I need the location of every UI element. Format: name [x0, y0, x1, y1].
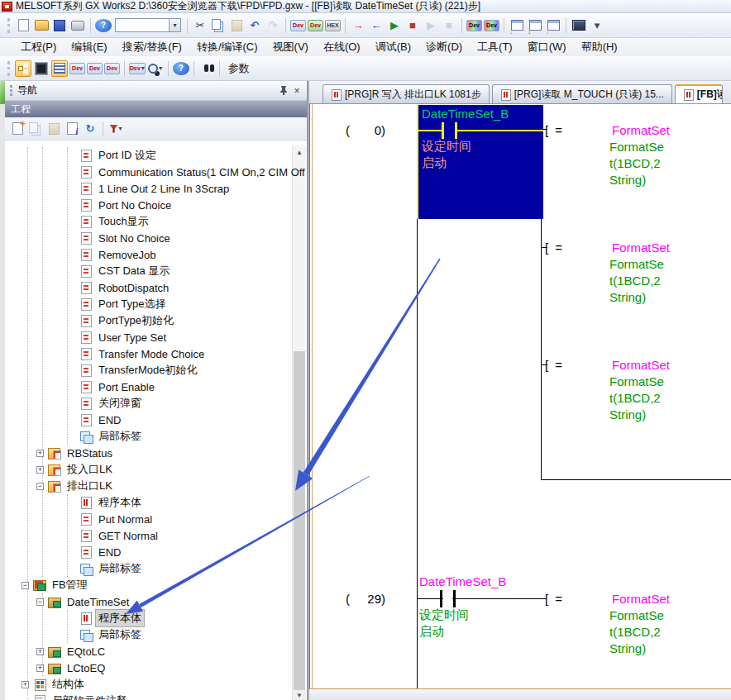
tree-item[interactable]: +Put Normal	[5, 511, 307, 527]
cut-icon[interactable]: ✂	[192, 17, 208, 34]
tree-item[interactable]: +Touch显示	[5, 213, 307, 230]
menu-item[interactable]: 视图(V)	[265, 38, 316, 56]
tree-item[interactable]: +局部软元件注释	[5, 693, 307, 700]
tree-item[interactable]: +关闭弹窗	[5, 395, 307, 412]
open-project-icon[interactable]	[33, 17, 50, 34]
menu-item[interactable]: 工具(T)	[470, 38, 520, 56]
compare-instruction[interactable]: [ =FormatSetFormatSet(1BCD,2String)	[545, 239, 694, 309]
tree-item[interactable]: +CST Data 显示	[5, 263, 307, 279]
expand-icon[interactable]: +	[36, 664, 44, 672]
tree-item[interactable]: +LCtoEQ	[5, 660, 307, 676]
collapse-icon[interactable]: −	[22, 582, 29, 589]
monitor-start-icon[interactable]: ▶	[386, 17, 403, 34]
pin-icon[interactable]	[277, 84, 290, 97]
tree-item[interactable]: +Port ID 设定	[5, 147, 307, 164]
tree-item[interactable]: +EQtoLC	[5, 643, 307, 660]
collapse-icon[interactable]: −	[36, 483, 44, 490]
compare-instruction[interactable]: [ =FormatSetFormatSet(1BCD,2String)	[545, 121, 694, 192]
device-memory-display-icon[interactable]: Dev	[87, 63, 103, 74]
tree-item[interactable]: +1 Line Out 2 Line In 3Scrap	[5, 180, 307, 197]
tree-item[interactable]: +Port Type选择	[5, 296, 307, 312]
tree-item[interactable]: +User Type Set	[5, 329, 307, 345]
menu-item[interactable]: 工程(P)	[13, 38, 64, 56]
expand-icon[interactable]: +	[36, 648, 44, 655]
device-batch-display-icon[interactable]: Dev	[104, 63, 120, 74]
expand-icon[interactable]: +	[36, 450, 44, 457]
tree-item[interactable]: +局部标签	[5, 560, 307, 577]
device-comment-search-icon[interactable]: Dev	[290, 20, 306, 31]
tree-item[interactable]: +Slot No Choice	[5, 230, 307, 246]
device-display-mode-icon[interactable]: Dev▾	[129, 63, 146, 74]
menu-item[interactable]: 诊断(D)	[418, 38, 470, 56]
menu-item[interactable]: 窗口(W)	[520, 38, 574, 56]
monitor-condition-icon[interactable]	[571, 17, 587, 34]
statement-window-icon[interactable]	[509, 17, 525, 34]
device-display-mode-2-icon[interactable]: Dev	[484, 20, 499, 31]
sort-tree-icon[interactable]: ▾	[108, 121, 124, 137]
ladder-selected-cell[interactable]: DateTimeSet_B 设定时间 启动	[417, 105, 543, 219]
undo-icon[interactable]: ↶	[246, 17, 263, 34]
toolbar-grip[interactable]	[7, 18, 10, 33]
toolbar-options-icon[interactable]: ▾	[589, 17, 605, 34]
chevron-down-icon[interactable]: ▾	[141, 64, 145, 72]
cross-reference-find-icon[interactable]	[198, 60, 215, 77]
expand-icon[interactable]: +	[36, 466, 44, 474]
document-tab[interactable]: [PRG]R 写入 排出口LK 1081步	[322, 84, 490, 103]
tree-item[interactable]: +Port Enable	[5, 379, 307, 395]
tree-item[interactable]: +RobotDispatch	[5, 279, 307, 296]
device-hex-display-icon[interactable]: HEX	[325, 20, 341, 31]
chevron-down-icon[interactable]: ▾	[118, 125, 122, 132]
menu-item[interactable]: 编辑(E)	[64, 38, 114, 56]
document-tab[interactable]: [FB]读	[675, 84, 723, 103]
new-project-icon[interactable]	[15, 17, 31, 34]
write-to-plc-icon[interactable]: →	[350, 17, 366, 34]
toolbar-grip[interactable]	[7, 61, 10, 76]
tree-item[interactable]: +Transfer Mode Choice	[5, 345, 307, 362]
data-property-icon[interactable]	[64, 121, 80, 137]
copy-icon[interactable]	[210, 17, 227, 34]
transfer-setup-icon[interactable]	[527, 17, 543, 34]
tree-item[interactable]: +END	[5, 412, 307, 428]
collapse-icon[interactable]: −	[36, 598, 44, 606]
read-from-plc-icon[interactable]: ←	[368, 17, 385, 34]
navigation-window-toggle-icon[interactable]	[15, 60, 31, 77]
chevron-down-icon[interactable]: ▾	[159, 64, 162, 72]
tree-item[interactable]: +Port No Choice	[5, 197, 307, 213]
tree-item[interactable]: −FB管理	[5, 577, 307, 593]
module-configuration-icon[interactable]	[33, 60, 50, 77]
note-window-icon[interactable]	[545, 17, 561, 34]
tree-item[interactable]: +结构体	[5, 676, 307, 693]
device-reference-search-icon[interactable]: ▾	[147, 60, 164, 77]
device-comment-display-icon[interactable]: Dev	[69, 63, 85, 74]
tree-item[interactable]: +Communication Status(1 CIM On,2 CIM Off	[5, 164, 307, 180]
tree-item[interactable]: +TransferMode初始化	[5, 362, 307, 379]
outline-view-icon[interactable]	[51, 60, 68, 77]
menu-item[interactable]: 调试(B)	[368, 38, 418, 56]
refresh-view-icon[interactable]: ↻	[82, 121, 98, 137]
new-data-icon[interactable]	[9, 121, 26, 137]
device-monitor-icon[interactable]: Dev	[308, 20, 323, 31]
tree-item[interactable]: +PortType初始化	[5, 312, 307, 329]
chevron-down-icon[interactable]: ▾	[170, 18, 181, 32]
monitor-stop-icon[interactable]: ■	[404, 17, 421, 34]
expand-icon[interactable]: +	[22, 681, 29, 688]
menu-item[interactable]: 在线(O)	[316, 38, 368, 56]
tree-item[interactable]: +GET Normal	[5, 527, 307, 544]
help-icon[interactable]: ?	[173, 62, 189, 75]
tree-item[interactable]: +程序本体	[5, 610, 307, 626]
tree-item[interactable]: +END	[5, 544, 307, 560]
tree-item[interactable]: +RBStatus	[5, 445, 307, 461]
save-project-icon[interactable]	[51, 17, 68, 34]
close-icon[interactable]: ×	[290, 84, 303, 97]
print-icon[interactable]	[69, 17, 86, 34]
tree-item[interactable]: −DateTimeSet	[5, 593, 307, 610]
device-display-mode-1-icon[interactable]: Dev	[466, 20, 482, 31]
tree-item[interactable]: +局部标签	[5, 428, 307, 445]
compare-instruction[interactable]: [ =FormatSetFormatSet(1BCD,2String)	[545, 356, 694, 426]
menu-item[interactable]: 搜索/替换(F)	[115, 38, 189, 56]
tree-item[interactable]: +程序本体	[5, 494, 307, 511]
quick-access-combo[interactable]: ▾	[115, 18, 181, 32]
editor-horizontal-scrollbar[interactable]	[309, 688, 731, 700]
panel-grip[interactable]	[10, 85, 12, 96]
tree-item[interactable]: +RemoveJob	[5, 246, 307, 263]
